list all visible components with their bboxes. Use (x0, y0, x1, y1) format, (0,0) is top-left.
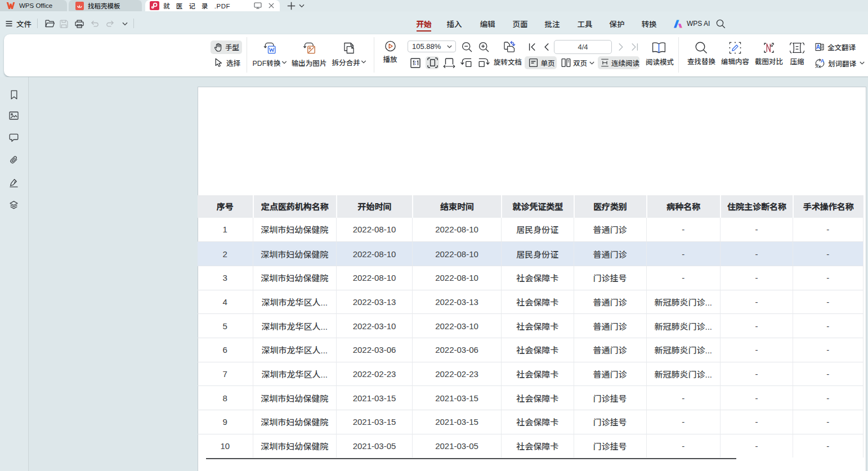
table-cell: - (720, 410, 793, 434)
table-cell: 5 (198, 313, 253, 338)
undo-icon[interactable] (88, 17, 101, 30)
table-cell: - (793, 385, 863, 410)
signature-icon[interactable] (9, 178, 19, 187)
tab-docer-templates[interactable]: 找稻壳模板 (69, 0, 142, 11)
double-page-button[interactable]: 双页 (561, 56, 596, 69)
tab-list-chevron-icon[interactable] (297, 0, 306, 11)
wps-ai-icon (673, 19, 683, 29)
table-row[interactable]: 10深圳市妇幼保健院2021-03-052021-03-05社会保障卡门诊挂号-… (198, 434, 863, 458)
edit-content-button[interactable]: 编辑内容 (721, 41, 749, 65)
last-page-icon[interactable] (629, 41, 640, 53)
single-page-button[interactable]: 单页 (525, 56, 557, 69)
table-row[interactable]: 7深圳市龙华区人...2022-02-232022-02-23社会保障卡普通门诊… (198, 362, 863, 386)
play-button[interactable]: 播放 (383, 41, 397, 63)
table-cell: - (793, 313, 863, 338)
table-row[interactable]: 5深圳市龙华区人...2022-03-102022-03-10社会保障卡普通门诊… (198, 313, 863, 338)
full-translate-button[interactable]: A 全文翻译 (815, 42, 856, 52)
table-row[interactable]: 8深圳市妇幼保健院2021-03-152021-03-15社会保障卡门诊挂号--… (198, 385, 863, 410)
table-cell: - (793, 241, 863, 266)
compress-button[interactable]: 压缩 (790, 41, 804, 65)
table-row[interactable]: 4深圳市龙华区人...2022-03-132022-03-13社会保障卡普通门诊… (198, 290, 863, 314)
hand-tool-button[interactable]: 手型 (211, 41, 242, 54)
pdf-page: 序号定点医药机构名称开始时间结束时间就诊凭证类型医疗类别病种名称住院主诊断名称手… (198, 87, 866, 471)
table-cell: 门诊挂号 (574, 410, 646, 434)
first-page-icon[interactable] (526, 41, 538, 53)
ribbon-tab-protect[interactable]: 保护 (602, 16, 632, 31)
table-cell: 门诊挂号 (574, 434, 646, 458)
table-header-row[interactable]: 序号定点医药机构名称开始时间结束时间就诊凭证类型医疗类别病种名称住院主诊断名称手… (198, 195, 863, 218)
quick-access-chevron-icon[interactable] (119, 17, 131, 30)
close-tab-icon[interactable] (267, 0, 276, 11)
table-cell: - (720, 338, 793, 362)
menu-row: 文件 开始 插入 编辑 页面 批注 工具 保护 转换 (0, 11, 868, 34)
screenshot-compare-button[interactable]: 截图对比 (755, 41, 783, 65)
zoom-in-icon[interactable] (477, 41, 491, 53)
read-mode-label[interactable]: 阅读模式 (646, 56, 674, 69)
word-translate-label: 划词翻译 (828, 58, 856, 69)
file-menu-button[interactable]: 文件 (6, 18, 32, 29)
fit-page-icon[interactable] (426, 56, 439, 69)
continuous-read-button[interactable]: 连续阅读 (598, 56, 639, 69)
export-image-button[interactable]: 输出为图片 (292, 42, 327, 67)
rotate-left-icon[interactable] (460, 56, 473, 69)
table-cell: 2022-08-10 (412, 218, 501, 242)
print-icon[interactable] (73, 17, 86, 30)
table-cell: 社会保障卡 (501, 290, 574, 314)
window-tab-bar: WPS Office 找稻壳模板 就 医 记 录 .PDF (0, 0, 868, 11)
find-replace-button[interactable]: 查找替换 (687, 41, 715, 65)
table-row[interactable]: 6深圳市龙华区人...2022-03-062022-03-06社会保障卡普通门诊… (198, 338, 863, 362)
comment-icon[interactable] (9, 133, 19, 142)
read-mode-icon[interactable] (651, 41, 666, 55)
ribbon-tab-comment[interactable]: 批注 (537, 16, 567, 31)
zoom-out-icon[interactable] (460, 41, 474, 53)
layers-icon[interactable] (9, 200, 19, 210)
attachment-icon[interactable] (9, 155, 19, 165)
svg-text:A: A (821, 59, 825, 64)
next-page-icon[interactable] (615, 41, 627, 53)
prev-page-icon[interactable] (540, 41, 552, 53)
split-merge-button[interactable]: 拆分合并 (332, 42, 366, 66)
ribbon-tab-page[interactable]: 页面 (505, 16, 535, 31)
ribbon-tab-convert[interactable]: 转换 (634, 16, 664, 31)
table-row[interactable]: 9深圳市妇幼保健院2021-03-152021-03-15社会保障卡门诊挂号--… (198, 410, 863, 434)
rotate-pages-icon[interactable] (502, 39, 517, 54)
table-cell: 新冠肺炎门诊... (646, 290, 721, 314)
save-icon[interactable] (57, 17, 70, 30)
table-row[interactable]: 3深圳市妇幼保健院2022-08-102022-08-10社会保障卡门诊挂号--… (198, 266, 863, 290)
rotate-right-icon[interactable] (477, 56, 491, 69)
table-cell: - (720, 218, 793, 242)
svg-text:A: A (816, 44, 820, 50)
tab-wps-office[interactable]: WPS Office (0, 0, 67, 11)
fit-width-icon[interactable] (442, 56, 456, 69)
monitor-icon[interactable] (253, 0, 263, 11)
ribbon-tab-home[interactable]: 开始 (409, 16, 439, 31)
bookmark-icon[interactable] (9, 90, 19, 100)
continuous-read-icon (601, 58, 609, 68)
rotate-doc-label[interactable]: 旋转文档 (494, 56, 522, 69)
select-tool-button[interactable]: 选择 (211, 56, 242, 69)
pdf-convert-button[interactable]: PDF转换 (252, 42, 287, 67)
ribbon-tab-tools[interactable]: 工具 (570, 16, 600, 31)
search-icon[interactable] (714, 17, 727, 30)
table-cell: - (646, 410, 721, 434)
ribbon-tab-label: 工具 (578, 18, 593, 29)
table-cell: 深圳市龙华区人... (253, 313, 337, 338)
table-row[interactable]: 1深圳市妇幼保健院2022-08-102022-08-10居民身份证普通门诊--… (198, 218, 863, 242)
table-row[interactable]: 2深圳市妇幼保健院2022-08-102022-08-10居民身份证普通门诊--… (198, 241, 863, 266)
table-cell: - (793, 290, 863, 314)
wps-ai-button[interactable]: WPS AI (673, 16, 710, 31)
open-file-icon[interactable] (43, 17, 56, 30)
ribbon-tab-insert[interactable]: 插入 (439, 16, 469, 31)
redo-icon[interactable] (104, 17, 117, 30)
table-cell: - (720, 362, 793, 386)
thumbnail-icon[interactable] (9, 111, 19, 120)
new-tab-icon[interactable] (284, 0, 298, 11)
table-cell: 普通门诊 (574, 362, 646, 386)
actual-size-icon[interactable] (409, 56, 422, 69)
ribbon-tab-edit[interactable]: 编辑 (472, 16, 503, 31)
table-cell: 社会保障卡 (501, 362, 574, 386)
word-translate-button[interactable]: 文A 划词翻译 (815, 58, 865, 68)
zoom-level-combobox[interactable]: 105.88% (408, 41, 456, 52)
continuous-read-label: 连续阅读 (611, 57, 639, 68)
page-number-input[interactable]: 4/4 (554, 40, 612, 54)
